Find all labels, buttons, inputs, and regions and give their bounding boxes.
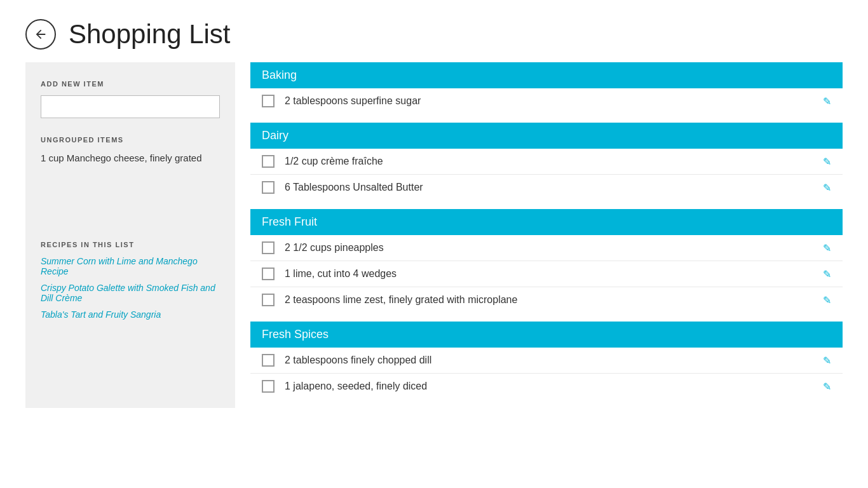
item-text: 2 1/2 cups pineapples xyxy=(285,242,815,254)
item-text: 1/2 cup crème fraîche xyxy=(285,156,815,167)
recipe-link[interactable]: Crispy Potato Galette with Smoked Fish a… xyxy=(41,283,220,303)
item-text: 6 Tablespoons Unsalted Butter xyxy=(285,182,815,193)
recipe-link[interactable]: Tabla's Tart and Fruity Sangria xyxy=(41,309,220,320)
category-block: Dairy1/2 cup crème fraîche✎6 Tablespoons… xyxy=(250,123,843,200)
table-row: 2 tablespoons superfine sugar✎ xyxy=(250,88,843,114)
item-text: 1 jalapeno, seeded, finely diced xyxy=(285,381,815,392)
item-checkbox[interactable] xyxy=(262,95,275,107)
item-text: 2 tablespoons superfine sugar xyxy=(285,95,815,107)
add-new-item-label: ADD NEW ITEM xyxy=(41,80,220,88)
category-block: Baking2 tablespoons superfine sugar✎ xyxy=(250,62,843,114)
category-header: Fresh Fruit xyxy=(250,209,843,235)
edit-icon[interactable]: ✎ xyxy=(823,268,831,280)
category-block: Fresh Fruit2 1/2 cups pineapples✎1 lime,… xyxy=(250,209,843,313)
ungrouped-item: 1 cup Manchego cheese, finely grated xyxy=(41,151,220,165)
back-button[interactable] xyxy=(25,19,56,50)
recipes-label: RECIPES IN THIS LIST xyxy=(41,241,220,248)
sidebar: ADD NEW ITEM UNGROUPED ITEMS 1 cup Manch… xyxy=(25,62,235,408)
recipes-section: RECIPES IN THIS LIST Summer Corn with Li… xyxy=(41,241,220,320)
table-row: 1 jalapeno, seeded, finely diced✎ xyxy=(250,374,843,399)
ungrouped-label: UNGROUPED ITEMS xyxy=(41,136,220,144)
item-checkbox[interactable] xyxy=(262,294,275,306)
table-row: 1/2 cup crème fraîche✎ xyxy=(250,149,843,175)
table-row: 6 Tablespoons Unsalted Butter✎ xyxy=(250,175,843,200)
item-checkbox[interactable] xyxy=(262,181,275,194)
category-header: Fresh Spices xyxy=(250,322,843,348)
header: Shopping List xyxy=(0,0,868,62)
page-title: Shopping List xyxy=(69,19,231,50)
category-block: Fresh Spices2 tablespoons finely chopped… xyxy=(250,322,843,399)
category-header: Baking xyxy=(250,62,843,88)
item-checkbox[interactable] xyxy=(262,155,275,168)
item-text: 2 tablespoons finely chopped dill xyxy=(285,355,815,366)
item-checkbox[interactable] xyxy=(262,380,275,393)
edit-icon[interactable]: ✎ xyxy=(823,156,831,168)
item-checkbox[interactable] xyxy=(262,268,275,280)
edit-icon[interactable]: ✎ xyxy=(823,182,831,194)
edit-icon[interactable]: ✎ xyxy=(823,294,831,306)
edit-icon[interactable]: ✎ xyxy=(823,381,831,393)
table-row: 2 teaspoons lime zest, finely grated wit… xyxy=(250,287,843,313)
item-text: 2 teaspoons lime zest, finely grated wit… xyxy=(285,294,815,306)
table-row: 2 1/2 cups pineapples✎ xyxy=(250,235,843,261)
item-checkbox[interactable] xyxy=(262,354,275,367)
table-row: 1 lime, cut into 4 wedges✎ xyxy=(250,261,843,287)
table-row: 2 tablespoons finely chopped dill✎ xyxy=(250,348,843,374)
item-checkbox[interactable] xyxy=(262,241,275,254)
recipe-link[interactable]: Summer Corn with Lime and Manchego Recip… xyxy=(41,256,220,276)
shopping-list-content: Baking2 tablespoons superfine sugar✎Dair… xyxy=(250,62,843,408)
item-text: 1 lime, cut into 4 wedges xyxy=(285,268,815,280)
category-header: Dairy xyxy=(250,123,843,149)
add-item-input[interactable] xyxy=(41,95,220,118)
edit-icon[interactable]: ✎ xyxy=(823,95,831,107)
edit-icon[interactable]: ✎ xyxy=(823,242,831,254)
edit-icon[interactable]: ✎ xyxy=(823,355,831,367)
